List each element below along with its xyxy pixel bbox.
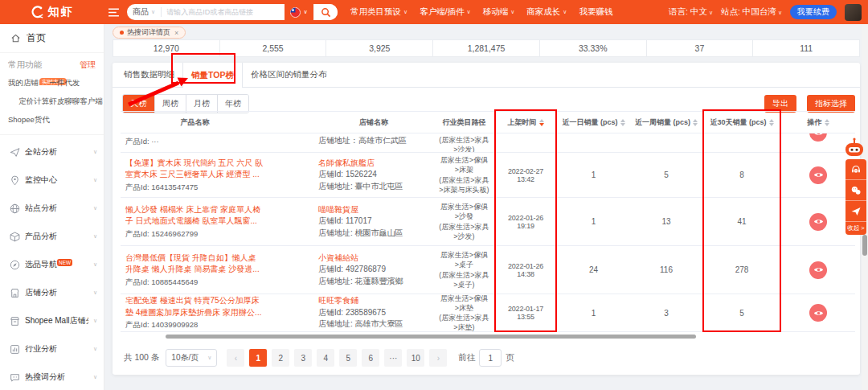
view-detail-button[interactable] (809, 133, 827, 142)
quick-link[interactable]: 定价计算 (8, 92, 49, 111)
card-tab[interactable]: 销量TOP榜 (182, 63, 243, 88)
sidebar-menu-item[interactable]: 监控中心 ∨ (0, 166, 104, 194)
page-button[interactable]: 2 (272, 349, 289, 367)
quick-link[interactable]: 一件代发 (49, 74, 96, 92)
globe-icon (10, 203, 20, 213)
sidebar-item-home[interactable]: 首页 (0, 24, 104, 53)
chevron-down-icon: ∨ (778, 10, 782, 15)
horizontal-scrollbar[interactable] (166, 335, 696, 339)
page-button[interactable]: ··· (384, 349, 402, 367)
hamburger-icon[interactable] (108, 6, 121, 18)
top-nav-item[interactable]: 商家成长 ∨ (526, 6, 567, 18)
collapse-button[interactable]: 收起 > (847, 222, 864, 235)
card-tab[interactable]: 价格区间的销量分布 (243, 63, 335, 87)
quick-link[interactable]: Shopee货代 (8, 111, 49, 129)
site-selector[interactable]: 站点: 中国台湾∨ (721, 6, 782, 18)
export-button[interactable]: 导出 (764, 95, 796, 113)
product-cell: 产品Id: ··· (121, 133, 269, 150)
top-nav-item[interactable]: 客户端/插件 ∨ (420, 6, 471, 18)
robot-icon[interactable] (842, 137, 866, 161)
category-path: 居家生活>傢俱>桌子 (439, 250, 489, 269)
page-button[interactable]: ‹ (227, 349, 244, 367)
page-button[interactable]: 5 (339, 349, 357, 367)
wechat-icon (850, 185, 862, 196)
page-button[interactable]: 10 (407, 349, 424, 367)
chevron-down-icon: ∨ (93, 177, 97, 183)
avatar[interactable] (845, 4, 862, 21)
store-name-link[interactable]: 小資補給站 (318, 252, 429, 265)
view-detail-button[interactable] (809, 213, 827, 231)
chevron-down-icon: ∨ (93, 205, 97, 211)
top-nav-item[interactable]: 我要赚钱 ∨ (579, 6, 612, 18)
table-row: 产品Id: ··· 店铺地址：高雄市仁武區 (居家生活>家具>沙发) (121, 133, 855, 153)
quick-link[interactable]: 虾皮聊聊客户端 (49, 92, 96, 111)
eye-icon (813, 170, 824, 180)
app-root: 知虾 商品 ∨ ∨ 常用类目预设 ∨ (0, 0, 868, 390)
close-icon[interactable]: × (174, 29, 178, 37)
chevron-down-icon: ∨ (93, 346, 97, 352)
col-header-listed-time[interactable]: 上架时间 (494, 117, 557, 128)
period-tab[interactable]: 年榜 (217, 95, 248, 113)
period-tab[interactable]: 周榜 (154, 95, 186, 113)
sort-icon[interactable] (693, 119, 698, 126)
goto-page-input[interactable] (479, 349, 502, 367)
page-button[interactable]: › (429, 349, 447, 367)
col-header-week-sales[interactable]: 近一周销量 (pcs) (630, 117, 702, 128)
product-name-link[interactable]: 台灣最低價【現貨 升降自如】懶人桌 升降桌 懶人升降桌 簡易書桌 沙發邊... (125, 252, 264, 276)
product-name-link[interactable]: 宅配免運 極速出貨 特賣75公分加厚床墊 4種圖案加厚床墊折疊床 家用辦公... (125, 295, 264, 318)
sidebar-menu-item[interactable]: 选品导航NEW ∨ (0, 250, 104, 278)
sidebar-menu-item[interactable]: 产品分析 ∨ (0, 222, 104, 250)
floating-icon-button[interactable] (845, 201, 866, 222)
sort-icon[interactable] (825, 119, 829, 126)
page-size-select[interactable]: 10条/页 ∨ (166, 349, 217, 367)
period-tab[interactable]: 天榜 (123, 95, 154, 113)
col-header-day-sales[interactable]: 近一日销量 (pcs) (557, 117, 630, 128)
search-input[interactable] (162, 8, 285, 16)
search-category-dropdown[interactable]: 商品 ∨ (127, 6, 161, 18)
col-header-action[interactable]: 操作 (781, 117, 855, 128)
renew-button[interactable]: 我要续费 (790, 5, 837, 19)
product-name-link[interactable]: 【免運】實木床 現代簡約 五尺 六尺 臥室實木床 三尺三輕奢單人床 經濟型 ..… (125, 158, 264, 181)
quick-link[interactable]: 我的店铺实时大屏 (8, 74, 49, 92)
site-flag-dropdown[interactable]: ∨ (285, 4, 313, 20)
store-name-link[interactable]: 喵喵雜貨屋 (318, 204, 429, 216)
view-detail-button[interactable] (809, 166, 827, 184)
sort-icon[interactable] (620, 119, 625, 126)
top-nav-item[interactable]: 移动端 ∨ (483, 6, 515, 18)
page-button[interactable]: 4 (317, 349, 334, 367)
page-tab-label: 热搜词详情页 (127, 27, 170, 38)
store-name-link[interactable]: 名師傢私旗艦店 (318, 158, 429, 170)
cube-icon (10, 231, 20, 241)
sidebar-menu-item[interactable]: 热搜词分析 ∨ (0, 363, 104, 390)
view-detail-button[interactable] (809, 261, 827, 279)
period-tab[interactable]: 月榜 (186, 95, 217, 113)
view-detail-button[interactable] (809, 304, 827, 322)
sort-icon[interactable] (769, 119, 774, 126)
sidebar-menu-item[interactable]: 行业分析 ∨ (0, 335, 104, 363)
action-cell (781, 164, 855, 187)
sidebar-menu-item[interactable]: 站点分析 ∨ (0, 194, 104, 222)
store-cell: 小資補給站 店铺Id: 492786879 店铺地址: 花蓮縣豐濱鄉 (313, 250, 434, 290)
top-nav-item[interactable]: 常用类目预设 ∨ (350, 6, 407, 18)
product-name-link[interactable]: 懶人沙發 榻榻米 床上靠背 家庭單人椅子 日式地面式電腦椅 臥室單人飄窗... (125, 204, 264, 228)
page-button[interactable]: 3 (294, 349, 312, 367)
sort-icon[interactable] (539, 119, 544, 126)
vertical-scrollbar[interactable] (862, 235, 867, 256)
chevron-down-icon: ∨ (93, 289, 97, 296)
table-row: 宅配免運 極速出貨 特賣75公分加厚床墊 4種圖案加厚床墊折疊床 家用辦公...… (121, 294, 855, 332)
store-name-link[interactable]: 旺旺零食鋪 (318, 295, 429, 307)
sidebar-menu-item[interactable]: Shopee Mall店铺分析 ∨ (0, 306, 104, 335)
page-tab-hot-search-detail[interactable]: 热搜词详情页 × (113, 27, 186, 39)
page-button[interactable]: 6 (362, 349, 379, 367)
card-tab[interactable]: 销售数据明细 (116, 63, 182, 87)
col-header-30day-sales[interactable]: 近30天销量 (pcs) (702, 117, 781, 128)
search-button[interactable] (313, 4, 338, 20)
sidebar-menu-item[interactable]: 全站分析 ∨ (0, 138, 104, 166)
floating-icon-button[interactable] (845, 159, 866, 180)
sidebar-menu-item[interactable]: 店铺分析 ∨ (0, 278, 104, 306)
manage-link[interactable]: 管理 (80, 60, 96, 71)
language-selector[interactable]: 语言: 中文∨ (669, 6, 713, 18)
metric-select-button[interactable]: 指标选择 (807, 95, 855, 113)
page-button[interactable]: 1 (249, 349, 267, 367)
floating-icon-button[interactable] (845, 180, 866, 201)
